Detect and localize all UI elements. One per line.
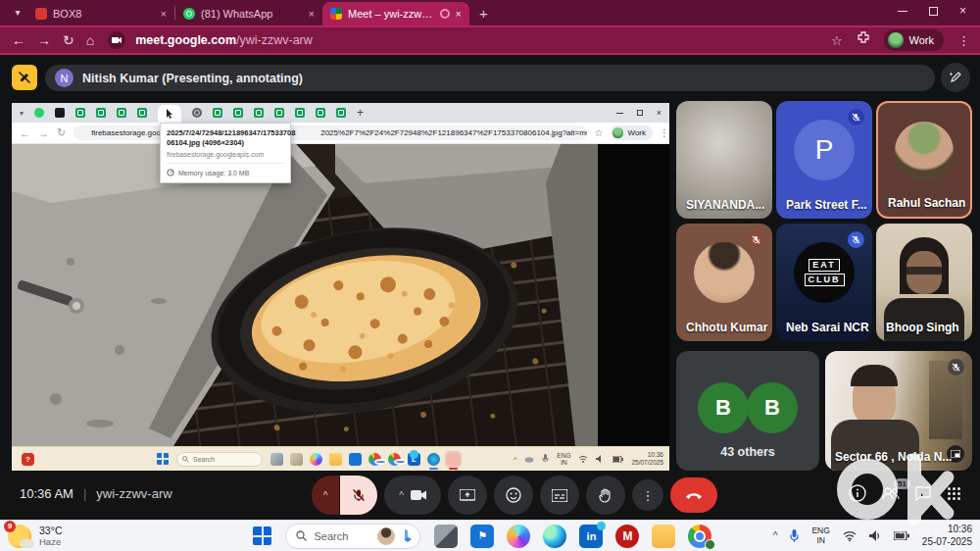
mcafee-icon[interactable]: M bbox=[615, 525, 639, 548]
inner-whatsapp-favicon[interactable] bbox=[34, 108, 44, 118]
leave-call-button[interactable] bbox=[670, 477, 717, 513]
inner-clock[interactable]: 10:3625/07/2025 bbox=[631, 451, 663, 467]
inner-widgets-badge[interactable]: ? bbox=[22, 453, 34, 466]
back-icon[interactable]: ← bbox=[12, 32, 25, 48]
inner-back-icon[interactable]: ← bbox=[20, 127, 30, 139]
inner-sheets-favicon[interactable] bbox=[295, 108, 305, 118]
bookmark-star-icon[interactable]: ☆ bbox=[831, 33, 843, 48]
new-tab-button[interactable]: + bbox=[479, 5, 488, 22]
inner-photos-app-icon[interactable] bbox=[270, 453, 283, 466]
inner-volume-icon[interactable] bbox=[596, 455, 605, 463]
tab-meet-active[interactable]: Meet – ywi-zzwv-arw × bbox=[322, 2, 469, 25]
inner-linkedin-icon[interactable]: L bbox=[408, 453, 420, 466]
inner-tray-caret-icon[interactable]: ^ bbox=[514, 456, 516, 463]
inner-files-app-icon[interactable] bbox=[290, 453, 303, 466]
minimize-icon[interactable] bbox=[898, 11, 907, 12]
inner-tab-caret-icon[interactable]: ▾ bbox=[20, 109, 24, 118]
annotate-pen-button[interactable] bbox=[941, 63, 970, 92]
tab-close-icon[interactable]: × bbox=[161, 8, 167, 20]
tray-caret-icon[interactable]: ^ bbox=[773, 530, 778, 541]
url-host[interactable]: meet.google.com bbox=[135, 33, 236, 47]
inner-start-button[interactable] bbox=[157, 453, 169, 465]
inner-active-tab[interactable] bbox=[158, 105, 181, 123]
mic-options-chevron[interactable]: ^ bbox=[312, 476, 339, 515]
inner-edge-icon[interactable] bbox=[427, 453, 440, 466]
inner-app-favicon[interactable] bbox=[55, 108, 65, 118]
inner-sheets-favicon[interactable] bbox=[137, 108, 147, 118]
inner-sheets-favicon[interactable] bbox=[316, 108, 325, 118]
tile-chhotu-kumar[interactable]: Chhotu Kumar bbox=[676, 224, 772, 341]
camera-button[interactable]: ^ bbox=[384, 476, 441, 515]
forward-icon[interactable]: → bbox=[37, 32, 51, 48]
inner-sheets-favicon[interactable] bbox=[254, 108, 264, 118]
inner-sheets-favicon[interactable] bbox=[75, 108, 85, 118]
inner-chrome-icon[interactable] bbox=[368, 453, 381, 466]
tab-close-icon[interactable]: × bbox=[456, 8, 462, 20]
annotation-off-chip[interactable] bbox=[12, 65, 37, 90]
inner-cloud-icon[interactable] bbox=[524, 455, 534, 463]
inner-language-indicator[interactable]: ENGIN bbox=[557, 452, 570, 466]
inner-globe-favicon[interactable] bbox=[192, 108, 202, 118]
tab-box8[interactable]: BOX8 × bbox=[27, 2, 174, 25]
tab-search-caret-icon[interactable]: ▾ bbox=[8, 4, 27, 22]
home-icon[interactable]: ⌂ bbox=[86, 32, 94, 48]
tile-rahul-sachan[interactable]: Rahul Sachan bbox=[876, 101, 972, 219]
tile-park-street[interactable]: P Park Street F... bbox=[776, 101, 872, 219]
chrome-icon[interactable] bbox=[688, 525, 711, 548]
inner-forward-icon[interactable]: → bbox=[38, 127, 49, 139]
reload-icon[interactable]: ↻ bbox=[63, 32, 74, 48]
edge-icon[interactable] bbox=[543, 525, 566, 548]
reactions-button[interactable] bbox=[494, 476, 533, 515]
inner-reload-icon[interactable]: ↻ bbox=[57, 126, 66, 139]
captions-button[interactable] bbox=[540, 476, 579, 515]
inner-new-tab-button[interactable]: + bbox=[357, 106, 364, 120]
inner-sheets-favicon[interactable] bbox=[233, 108, 243, 118]
tab-close-icon[interactable]: × bbox=[309, 8, 315, 20]
inner-close-icon[interactable]: × bbox=[657, 108, 662, 118]
inner-mic-icon[interactable] bbox=[542, 454, 549, 464]
more-options-button[interactable]: ⋮ bbox=[632, 479, 663, 511]
inner-sheets-favicon[interactable] bbox=[117, 108, 126, 118]
browser-menu-icon[interactable]: ⋮ bbox=[957, 33, 970, 48]
mic-muted-button[interactable] bbox=[340, 476, 377, 515]
tab-whatsapp[interactable]: (81) WhatsApp × bbox=[175, 2, 322, 25]
url-path[interactable]: /ywi-zzwv-arw bbox=[236, 33, 313, 47]
inner-menu-icon[interactable]: ⋮ bbox=[660, 127, 669, 138]
inner-sheets-favicon[interactable] bbox=[213, 108, 222, 118]
language-indicator[interactable]: ENGIN bbox=[811, 526, 829, 546]
weather-widget[interactable]: 9 33°C Haze bbox=[8, 525, 62, 548]
copilot-icon[interactable] bbox=[507, 525, 530, 548]
close-icon[interactable]: × bbox=[959, 4, 966, 18]
inner-sheets-favicon[interactable] bbox=[336, 108, 346, 118]
inner-profile-button[interactable]: Work bbox=[611, 125, 653, 140]
present-button[interactable] bbox=[448, 476, 487, 515]
linkedin-icon[interactable]: in bbox=[579, 525, 603, 548]
camera-options-chevron[interactable]: ^ bbox=[399, 490, 404, 501]
inner-folder-icon[interactable] bbox=[329, 453, 342, 466]
inner-sheets-favicon[interactable] bbox=[96, 108, 106, 118]
inner-maximize-icon[interactable] bbox=[637, 110, 643, 116]
taskbar-search-box[interactable]: Search bbox=[285, 524, 420, 549]
microsoft-store-icon[interactable]: ⚑ bbox=[470, 525, 494, 548]
inner-chrome2-icon[interactable] bbox=[388, 453, 401, 466]
tile-neb-sarai[interactable]: EAT CLUB Neb Sarai NCR bbox=[776, 224, 872, 341]
tile-bhoop-singh[interactable]: Bhoop Singh bbox=[876, 224, 972, 341]
extensions-puzzle-icon[interactable] bbox=[857, 31, 870, 49]
start-button[interactable] bbox=[253, 526, 271, 545]
inner-wifi-icon[interactable] bbox=[578, 455, 588, 463]
inner-battery-icon[interactable] bbox=[612, 456, 623, 463]
tile-others[interactable]: B B 43 others bbox=[676, 351, 819, 471]
file-explorer-icon[interactable] bbox=[652, 525, 675, 548]
task-view-icon[interactable] bbox=[434, 525, 458, 548]
raise-hand-button[interactable] bbox=[586, 476, 625, 515]
profile-button[interactable]: Work bbox=[884, 29, 944, 51]
inner-search-box[interactable]: Search bbox=[176, 452, 263, 467]
inner-url-field[interactable]: firebasestorage.goog 2025%2F7%2F24%2F729… bbox=[74, 125, 586, 140]
inner-sheets-favicon[interactable] bbox=[274, 108, 284, 118]
tray-mic-icon[interactable] bbox=[790, 529, 799, 542]
inner-copilot-icon[interactable] bbox=[310, 453, 322, 466]
inner-office-icon[interactable] bbox=[349, 453, 362, 466]
inner-bookmark-star-icon[interactable]: ☆ bbox=[595, 127, 604, 138]
maximize-icon[interactable] bbox=[929, 7, 938, 16]
tile-siyananda[interactable]: SIYANANDA... bbox=[676, 101, 772, 219]
